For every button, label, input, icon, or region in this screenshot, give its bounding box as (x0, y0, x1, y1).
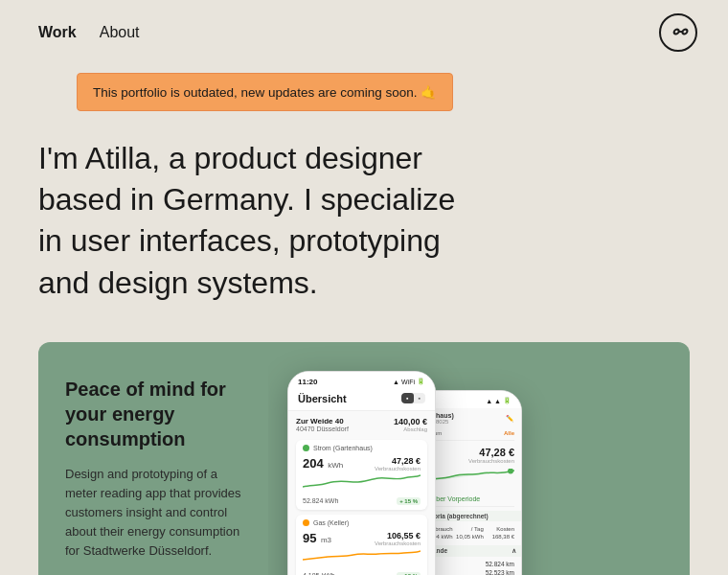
logo-button[interactable]: ⚯ (659, 13, 697, 52)
strom-sub-row: 52.824 kWh + 15 % (303, 497, 421, 505)
strom-unit: kWh (328, 461, 343, 470)
address-name: Zur Weide 40 (296, 417, 349, 426)
front-phone-screen: 11:20 ▲WiFi🔋 Übersicht ▪ ▪ (288, 372, 435, 575)
back-edit-icon: ✏️ (506, 415, 514, 423)
strom-badge: + 15 % (397, 497, 421, 505)
gas1-chart (303, 548, 421, 565)
nav-links: Work About (38, 24, 140, 41)
strom-title: Strom (Gartenhaus) (313, 445, 373, 451)
project-card: Peace of mind for your energy consumptio… (38, 342, 690, 575)
address-city: 40470 Düsseldorf (296, 426, 349, 432)
meter-header-strom: Strom (Gartenhaus) (303, 445, 421, 451)
hist-val-kosten: 168,38 € (484, 534, 514, 540)
zaehler-val-2: 52.523 km (486, 569, 514, 575)
strom-chart (303, 473, 421, 491)
gas1-title: Gas (Keller) (313, 519, 349, 526)
hist-col-tag: / Tag (453, 526, 484, 532)
back-big-cost-lbl: Verbrauchskosten (468, 458, 514, 464)
nav-about[interactable]: About (100, 24, 140, 41)
amount-value: 140,00 € (394, 417, 427, 426)
phones-area: 11:20 ▲WiFi🔋 Übersicht ▪ ▪ (268, 342, 690, 575)
outdated-banner: This portfolio is outdated, new updates … (77, 73, 453, 111)
strom-dot (303, 445, 309, 451)
gas1-cost-label: Verbrauchskosten (375, 540, 421, 546)
front-toggle: ▪ ▪ (401, 393, 425, 403)
phone-front: 11:20 ▲WiFi🔋 Übersicht ▪ ▪ (287, 371, 436, 575)
strom-sub-val: 52.824 kWh (303, 497, 338, 504)
amount-block: 140,00 € Abschlag (394, 417, 427, 432)
card-text-area: Peace of mind for your energy consumptio… (38, 342, 268, 575)
hist-col-kosten: Kosten (484, 526, 514, 532)
rechnungs-all: Alle (504, 430, 514, 436)
back-big-cost-block: 47,28 € Verbrauchskosten (468, 447, 514, 464)
strom-consumption: 204 kWh (303, 454, 343, 472)
back-icons: ▲▲🔋 (486, 397, 512, 404)
phone-container: 11:20 ▲WiFi🔋 Übersicht ▪ ▪ (268, 342, 690, 575)
front-time: 11:20 (298, 378, 317, 386)
card-title: Peace of mind for your energy consumptio… (65, 377, 241, 451)
address-info: Zur Weide 40 40470 Düsseldorf (296, 417, 349, 432)
strom-cost-block: 47,28 € Verbrauchskosten (375, 456, 421, 472)
strom-val: 204 (303, 456, 324, 471)
meter-header-gas1: Gas (Keller) (303, 519, 421, 526)
zaehler-val-1: 52.824 km (486, 561, 514, 567)
strom-values: 204 kWh 47,28 € Verbrauchskosten (303, 454, 421, 472)
svg-point-0 (508, 469, 513, 474)
navbar: Work About ⚯ (0, 0, 728, 65)
front-icons: ▲WiFi🔋 (393, 378, 425, 385)
nav-work[interactable]: Work (38, 24, 77, 41)
front-phone-header: Übersicht ▪ ▪ (288, 389, 435, 411)
strom-cost-label: Verbrauchskosten (375, 466, 421, 472)
front-status-bar: 11:20 ▲WiFi🔋 (288, 372, 435, 389)
toggle-right: ▪ (414, 393, 425, 403)
front-phone-body: Zur Weide 40 40470 Düsseldorf 140,00 € A… (288, 411, 435, 575)
amount-label: Abschlag (394, 426, 427, 432)
hist-val-tag: 10,05 kWh (453, 534, 484, 540)
address-block: Zur Weide 40 40470 Düsseldorf 140,00 € A… (296, 417, 427, 432)
back-big-cost: 47,28 € (468, 447, 514, 458)
hero-section: I'm Atilla, a product designer based in … (0, 138, 728, 342)
strom-cost: 47,28 € (375, 456, 421, 466)
gas1-cost: 106,55 € (375, 531, 421, 540)
gas1-values: 95 m3 106,55 € Verbrauchskosten (303, 529, 421, 546)
toggle-left: ▪ (401, 393, 413, 403)
front-phone-title: Übersicht (298, 393, 347, 404)
meter-card-strom: Strom (Gartenhaus) 204 kWh 47,28 € Verbr… (296, 440, 427, 510)
card-description: Design and prototyping of a meter readin… (65, 465, 241, 562)
gas1-val: 95 (303, 531, 316, 545)
gas1-dot (303, 519, 309, 526)
gas1-unit: m3 (321, 536, 331, 544)
hero-text: I'm Atilla, a product designer based in … (38, 138, 479, 304)
gas1-cost-block: 106,55 € Verbrauchskosten (375, 531, 421, 546)
banner-text: This portfolio is outdated, new updates … (93, 85, 437, 100)
meter-card-gas1: Gas (Keller) 95 m3 106,55 € Verbrauchsko… (296, 515, 427, 575)
gas1-consumption: 95 m3 (303, 529, 331, 546)
zaehler-chevron: ∧ (512, 547, 516, 555)
